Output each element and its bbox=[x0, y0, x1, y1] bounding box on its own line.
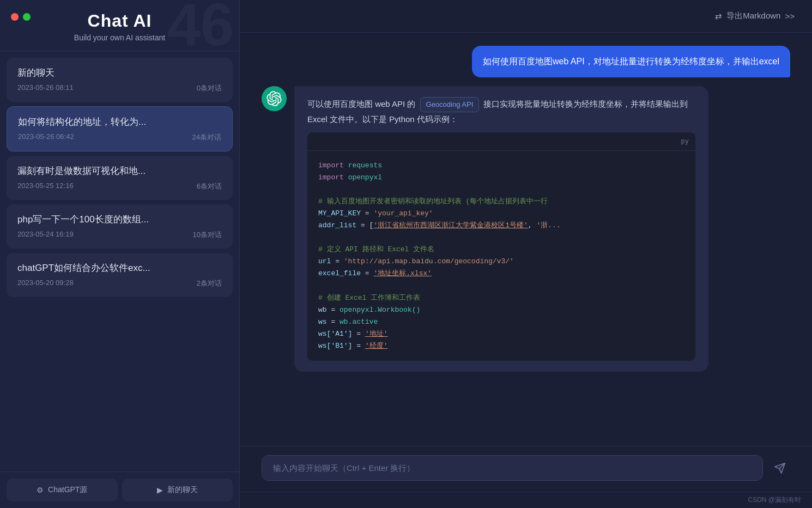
chat-item-count-1: 24条对话 bbox=[192, 132, 221, 142]
code-block: py import requests import openpyxl # 输入百… bbox=[307, 132, 695, 361]
main-header: ⇄ 导出Markdown >> bbox=[240, 0, 812, 33]
app-title: Chat AI bbox=[13, 11, 226, 31]
chat-item-1[interactable]: 如何将结构化的地址，转化为... 2023-05-26 06:42 24条对话 bbox=[7, 106, 233, 152]
play-icon: ▶ bbox=[157, 486, 163, 494]
ai-avatar bbox=[262, 86, 287, 111]
code-line-5: MY_API_KEY = 'your_api_key' bbox=[318, 208, 684, 220]
ai-message: 可以使用百度地图 web API 的 Geocoding API 接口实现将批量… bbox=[262, 86, 790, 372]
ai-text-intro: 可以使用百度地图 web API 的 Geocoding API 接口实现将批量… bbox=[307, 97, 695, 126]
settings-icon: ⚙ bbox=[37, 486, 44, 494]
new-chat-button[interactable]: ▶ 新的聊天 bbox=[122, 479, 233, 501]
chat-item-date-4: 2023-05-20 09:28 bbox=[17, 279, 74, 288]
main-content: ⇄ 导出Markdown >> 如何使用百度地图web API，对地址批量进行转… bbox=[240, 0, 812, 508]
user-bubble: 如何使用百度地图web API，对地址批量进行转换为经纬度坐标，并输出excel bbox=[472, 46, 790, 77]
code-line-6: addr_list = ['浙江省杭州市西湖区浙江大学紫金港校区1号楼', '浙… bbox=[318, 220, 684, 232]
sidebar: Chat AI Build your own AI assistant 46 新… bbox=[0, 0, 240, 508]
code-line-16: ws['B1'] = '经度' bbox=[318, 340, 684, 352]
input-area bbox=[240, 446, 812, 492]
chat-item-count-3: 10条对话 bbox=[193, 230, 222, 240]
code-line-13: wb = openpyxl.Workbook() bbox=[318, 304, 684, 316]
code-line-11 bbox=[318, 280, 684, 292]
export-label: 导出Markdown bbox=[726, 11, 780, 21]
ai-bubble: 可以使用百度地图 web API 的 Geocoding API 接口实现将批量… bbox=[294, 86, 708, 372]
send-icon bbox=[774, 462, 786, 474]
swap-icon: ⇄ bbox=[715, 11, 722, 21]
window-controls bbox=[11, 13, 31, 21]
chatgpt-source-button[interactable]: ⚙ ChatGPT源 bbox=[7, 479, 118, 501]
chat-item-title-3: php写一下一个100长度的数组... bbox=[17, 213, 222, 226]
sidebar-footer: ⚙ ChatGPT源 ▶ 新的聊天 bbox=[0, 471, 239, 508]
maximize-button[interactable] bbox=[23, 13, 31, 21]
close-button[interactable] bbox=[11, 13, 19, 21]
code-line-9: url = 'http://api.map.baidu.com/geocodin… bbox=[318, 256, 684, 268]
code-line-8: # 定义 API 路径和 Excel 文件名 bbox=[318, 244, 684, 256]
chat-item-title-2: 漏刻有时是做数据可视化和地... bbox=[17, 165, 222, 177]
chat-item-meta-4: 2023-05-20 09:28 2条对话 bbox=[17, 279, 222, 288]
api-badge: Geocoding API bbox=[420, 97, 480, 112]
openai-icon bbox=[266, 91, 282, 106]
chat-item-date-0: 2023-05-26 08:11 bbox=[17, 83, 74, 93]
chat-item-title-1: 如何将结构化的地址，转化为... bbox=[18, 116, 221, 128]
chat-item-meta-3: 2023-05-24 16:19 10条对话 bbox=[17, 230, 222, 240]
chat-area: 如何使用百度地图web API，对地址批量进行转换为经纬度坐标，并输出excel… bbox=[240, 33, 812, 446]
code-line-15: ws['A1'] = '地址' bbox=[318, 328, 684, 340]
arrow-icon: >> bbox=[785, 11, 795, 21]
chat-item-title-0: 新的聊天 bbox=[17, 66, 222, 79]
code-line-2: import openpyxl bbox=[318, 172, 684, 184]
chat-item-date-2: 2023-05-25 12:16 bbox=[17, 182, 74, 191]
code-line-10: excel_file = '地址坐标.xlsx' bbox=[318, 268, 684, 280]
code-content: import requests import openpyxl # 输入百度地图… bbox=[307, 151, 695, 361]
send-button[interactable] bbox=[769, 458, 790, 479]
chat-item-meta-0: 2023-05-26 08:11 0条对话 bbox=[17, 83, 222, 93]
chat-item-3[interactable]: php写一下一个100长度的数组... 2023-05-24 16:19 10条… bbox=[7, 204, 233, 249]
sidebar-header: Chat AI Build your own AI assistant 46 bbox=[0, 0, 239, 51]
chat-item-count-4: 2条对话 bbox=[197, 279, 222, 288]
code-line-7 bbox=[318, 232, 684, 244]
footer-text: CSDN @漏刻有时 bbox=[748, 496, 801, 504]
new-chat-label: 新的聊天 bbox=[167, 485, 198, 495]
chat-item-0[interactable]: 新的聊天 2023-05-26 08:11 0条对话 bbox=[7, 58, 233, 102]
code-line-14: ws = wb.active bbox=[318, 316, 684, 328]
code-lang: py bbox=[681, 136, 689, 147]
code-line-12: # 创建 Excel 工作簿和工作表 bbox=[318, 292, 684, 304]
code-line-1: import requests bbox=[318, 160, 684, 172]
page-footer: CSDN @漏刻有时 bbox=[240, 492, 812, 508]
app-subtitle: Build your own AI assistant bbox=[13, 33, 226, 42]
chatgpt-source-label: ChatGPT源 bbox=[48, 485, 87, 495]
code-header: py bbox=[307, 132, 695, 150]
chat-list: 新的聊天 2023-05-26 08:11 0条对话 如何将结构化的地址，转化为… bbox=[0, 51, 239, 471]
chat-item-count-0: 0条对话 bbox=[197, 83, 222, 93]
export-button[interactable]: ⇄ 导出Markdown >> bbox=[708, 7, 801, 26]
code-line-4: # 输入百度地图开发者密钥和读取的地址列表 (每个地址占据列表中一行 bbox=[318, 196, 684, 208]
chat-item-date-1: 2023-05-26 06:42 bbox=[18, 132, 74, 142]
chat-item-2[interactable]: 漏刻有时是做数据可视化和地... 2023-05-25 12:16 6条对话 bbox=[7, 156, 233, 200]
code-line-3 bbox=[318, 184, 684, 196]
chat-item-title-4: chatGPT如何结合办公软件exc... bbox=[17, 262, 222, 274]
chat-item-meta-1: 2023-05-26 06:42 24条对话 bbox=[18, 132, 221, 142]
chat-item-4[interactable]: chatGPT如何结合办公软件exc... 2023-05-20 09:28 2… bbox=[7, 253, 233, 297]
user-message: 如何使用百度地图web API，对地址批量进行转换为经纬度坐标，并输出excel bbox=[262, 46, 790, 77]
chat-item-meta-2: 2023-05-25 12:16 6条对话 bbox=[17, 182, 222, 191]
chat-input[interactable] bbox=[262, 455, 763, 481]
chat-item-count-2: 6条对话 bbox=[197, 182, 222, 191]
chat-item-date-3: 2023-05-24 16:19 bbox=[17, 230, 74, 240]
